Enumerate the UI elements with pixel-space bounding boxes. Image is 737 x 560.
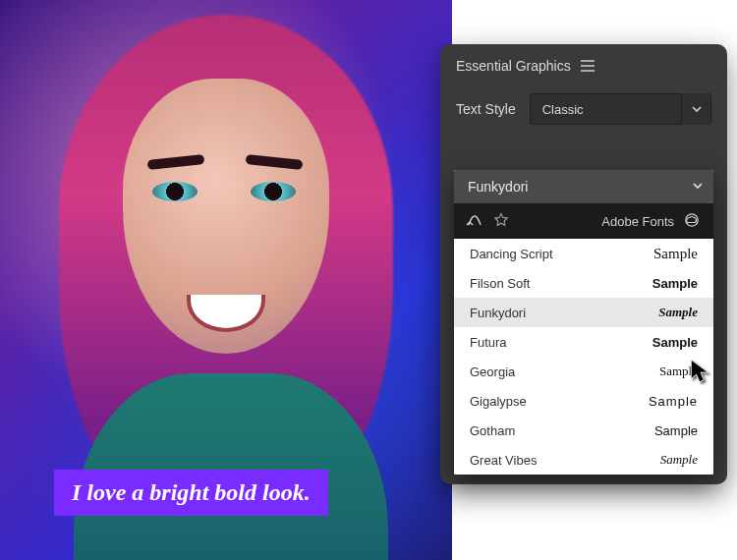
font-option-name: Funkydori	[470, 306, 578, 320]
font-option[interactable]: Great VibesSample	[454, 445, 713, 475]
font-option-name: Futura	[470, 335, 578, 350]
font-option-sample: Sample	[652, 276, 698, 291]
favorite-star-icon[interactable]	[493, 212, 509, 231]
panel-title: Essential Graphics	[456, 58, 571, 74]
font-option-name: Filson Soft	[470, 276, 578, 291]
font-option-sample: Sample	[659, 364, 698, 379]
font-option[interactable]: GothamSample	[454, 416, 713, 445]
font-option-name: Georgia	[470, 364, 578, 379]
font-option-sample: Sample	[660, 452, 698, 468]
font-list[interactable]: Dancing ScriptSampleFilson SoftSampleFun…	[454, 239, 713, 475]
chevron-down-icon[interactable]	[692, 179, 704, 195]
font-picker: Funkydori Adobe Fonts	[454, 170, 713, 475]
text-style-select[interactable]: Classic	[530, 93, 711, 125]
font-option-sample: Sample	[658, 305, 698, 320]
font-option[interactable]: Dancing ScriptSample	[454, 239, 713, 268]
font-option-name: Dancing Script	[470, 247, 578, 261]
illustration-eye	[152, 182, 198, 201]
video-preview: I love a bright bold look.	[0, 0, 452, 560]
font-option-name: Gigalypse	[470, 394, 578, 409]
adobe-fonts-label[interactable]: Adobe Fonts	[601, 214, 674, 229]
caption-text: I love a bright bold look.	[72, 479, 311, 505]
illustration-eye	[251, 182, 296, 201]
font-current-select[interactable]: Funkydori	[454, 170, 713, 203]
panel-menu-icon[interactable]	[581, 60, 595, 72]
creative-cloud-icon[interactable]	[682, 213, 702, 230]
caption-overlay[interactable]: I love a bright bold look.	[54, 470, 328, 516]
font-option[interactable]: FunkydoriSample	[454, 298, 713, 327]
font-toolbar: Adobe Fonts	[454, 203, 713, 239]
font-option-name: Gotham	[470, 423, 578, 438]
font-option-sample: Sample	[649, 394, 698, 409]
font-option-sample: Sample	[653, 246, 698, 262]
font-option[interactable]: Filson SoftSample	[454, 268, 713, 298]
font-current-value: Funkydori	[468, 179, 528, 195]
text-style-label: Text Style	[456, 101, 516, 117]
font-option[interactable]: FuturaSample	[454, 327, 713, 357]
chevron-down-icon[interactable]	[681, 93, 710, 125]
text-style-row: Text Style Classic	[440, 87, 727, 142]
panel-header: Essential Graphics	[440, 44, 727, 87]
text-style-value: Classic	[542, 102, 584, 117]
essential-graphics-panel: Essential Graphics Text Style Classic Fu…	[440, 44, 727, 484]
font-option[interactable]: GeorgiaSample	[454, 357, 713, 386]
font-option-sample: Sample	[654, 423, 698, 438]
font-option-name: Great Vibes	[470, 453, 578, 468]
font-option[interactable]: GigalypseSample	[454, 386, 713, 416]
filter-icon[interactable]	[466, 212, 483, 231]
font-option-sample: Sample	[652, 335, 698, 350]
